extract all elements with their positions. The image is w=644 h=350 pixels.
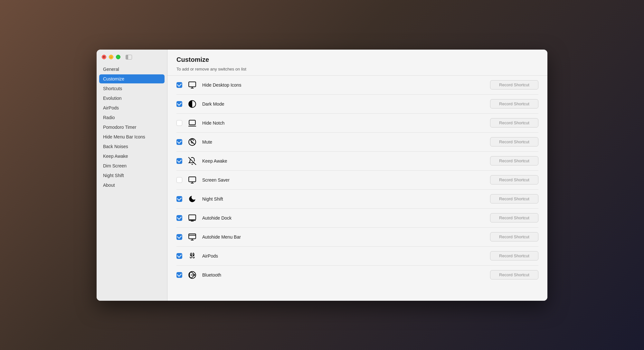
record-shortcut-button-autohide-dock[interactable]: Record Shortcut	[490, 213, 538, 222]
checkbox-dark-mode[interactable]	[176, 101, 182, 107]
checkbox-night-shift[interactable]	[176, 196, 182, 202]
feature-row-autohide-dock: Autohide DockRecord Shortcut	[176, 209, 538, 228]
minimize-button[interactable]: −	[109, 55, 113, 59]
monitor-icon	[187, 80, 198, 90]
feature-label-autohide-menu-bar: Autohide Menu Bar	[202, 234, 486, 240]
feature-row-autohide-menu-bar: Autohide Menu BarRecord Shortcut	[176, 228, 538, 247]
feature-row-screen-saver: Screen SaverRecord Shortcut	[176, 171, 538, 190]
feature-row-airpods: AirPodsRecord Shortcut	[176, 247, 538, 266]
sidebar: ✕ − GeneralCustomizeShortcutsEvolutionAi…	[97, 50, 167, 301]
checkbox-mute[interactable]	[176, 139, 182, 145]
sidebar-item-general[interactable]: General	[99, 65, 165, 74]
feature-label-hide-notch: Hide Notch	[202, 120, 486, 126]
close-button[interactable]: ✕	[102, 55, 106, 59]
record-shortcut-button-airpods[interactable]: Record Shortcut	[490, 251, 538, 260]
page-subtitle: To add or remove any switches on list	[176, 67, 538, 71]
feature-label-hide-desktop-icons: Hide Desktop Icons	[202, 82, 486, 88]
feature-row-keep-awake: Keep AwakeRecord Shortcut	[176, 152, 538, 171]
sidebar-item-night-shift[interactable]: Night Shift	[99, 171, 165, 180]
bell-slash-icon	[187, 156, 198, 166]
svg-rect-6	[189, 177, 196, 182]
checkbox-screen-saver[interactable]	[176, 177, 182, 183]
feature-label-airpods: AirPods	[202, 253, 486, 259]
record-shortcut-button-hide-notch[interactable]: Record Shortcut	[490, 118, 538, 128]
content-area: Hide Desktop IconsRecord ShortcutDark Mo…	[167, 76, 547, 301]
app-window: ✕ − GeneralCustomizeShortcutsEvolutionAi…	[97, 50, 547, 301]
record-shortcut-button-dark-mode[interactable]: Record Shortcut	[490, 99, 538, 109]
feature-row-dark-mode: Dark ModeRecord Shortcut	[176, 95, 538, 114]
traffic-lights: ✕ −	[97, 50, 167, 63]
page-title: Customize	[176, 56, 538, 63]
svg-rect-2	[189, 120, 195, 125]
record-shortcut-button-night-shift[interactable]: Record Shortcut	[490, 194, 538, 203]
feature-row-hide-notch: Hide NotchRecord Shortcut	[176, 114, 538, 133]
feature-label-keep-awake: Keep Awake	[202, 158, 486, 164]
sidebar-item-about[interactable]: About	[99, 181, 165, 190]
feature-label-dark-mode: Dark Mode	[202, 101, 486, 107]
sidebar-item-hide-menu-bar-icons[interactable]: Hide Menu Bar Icons	[99, 132, 165, 141]
svg-rect-0	[189, 82, 196, 87]
bluetooth-icon	[187, 270, 198, 280]
feature-row-mute: MuteRecord Shortcut	[176, 133, 538, 152]
feature-label-autohide-dock: Autohide Dock	[202, 215, 486, 221]
svg-line-5	[188, 157, 196, 165]
checkbox-hide-notch[interactable]	[176, 120, 182, 126]
sidebar-item-dim-screen[interactable]: Dim Screen	[99, 161, 165, 170]
checkbox-bluetooth[interactable]	[176, 272, 182, 278]
svg-line-4	[190, 139, 194, 144]
feature-row-night-shift: Night ShiftRecord Shortcut	[176, 190, 538, 209]
checkbox-keep-awake[interactable]	[176, 158, 182, 164]
record-shortcut-button-screen-saver[interactable]: Record Shortcut	[490, 175, 538, 184]
record-shortcut-button-keep-awake[interactable]: Record Shortcut	[490, 156, 538, 166]
sidebar-item-back-noises[interactable]: Back Noises	[99, 142, 165, 151]
dark-mode-icon	[187, 99, 198, 109]
feature-label-night-shift: Night Shift	[202, 196, 486, 202]
record-shortcut-button-mute[interactable]: Record Shortcut	[490, 137, 538, 147]
laptop-icon	[187, 118, 198, 128]
feature-label-mute: Mute	[202, 139, 486, 145]
airpods-icon	[187, 251, 198, 261]
feature-row-bluetooth: BluetoothRecord Shortcut	[176, 266, 538, 284]
svg-rect-8	[189, 234, 196, 239]
mute-icon	[187, 137, 198, 147]
record-shortcut-button-hide-desktop-icons[interactable]: Record Shortcut	[490, 80, 538, 90]
sidebar-item-keep-awake[interactable]: Keep Awake	[99, 152, 165, 161]
nav-list: GeneralCustomizeShortcutsEvolutionAirPod…	[97, 63, 167, 301]
record-shortcut-button-autohide-menu-bar[interactable]: Record Shortcut	[490, 232, 538, 241]
checkbox-autohide-dock[interactable]	[176, 215, 182, 221]
feature-row-hide-desktop-icons: Hide Desktop IconsRecord Shortcut	[176, 76, 538, 95]
svg-rect-7	[189, 215, 196, 220]
sidebar-item-radio[interactable]: Radio	[99, 113, 165, 122]
checkbox-hide-desktop-icons[interactable]	[176, 82, 182, 88]
main-panel: Customize To add or remove any switches …	[167, 50, 547, 301]
feature-label-screen-saver: Screen Saver	[202, 177, 486, 183]
sidebar-item-airpods[interactable]: AirPods	[99, 103, 165, 112]
checkbox-autohide-menu-bar[interactable]	[176, 234, 182, 240]
dock-icon	[187, 213, 198, 223]
sidebar-item-shortcuts[interactable]: Shortcuts	[99, 84, 165, 93]
sidebar-item-evolution[interactable]: Evolution	[99, 94, 165, 103]
sidebar-item-pomodoro-timer[interactable]: Pomodoro Timer	[99, 123, 165, 132]
monitor-small-icon	[187, 175, 198, 185]
night-shift-icon	[187, 194, 198, 204]
record-shortcut-button-bluetooth[interactable]: Record Shortcut	[490, 270, 538, 279]
menu-bar-icon	[187, 232, 198, 242]
feature-label-bluetooth: Bluetooth	[202, 272, 486, 278]
main-header: Customize To add or remove any switches …	[167, 50, 547, 76]
sidebar-toggle-icon[interactable]	[126, 55, 132, 60]
maximize-button[interactable]	[116, 55, 120, 59]
checkbox-airpods[interactable]	[176, 253, 182, 259]
sidebar-item-customize[interactable]: Customize	[99, 74, 165, 83]
